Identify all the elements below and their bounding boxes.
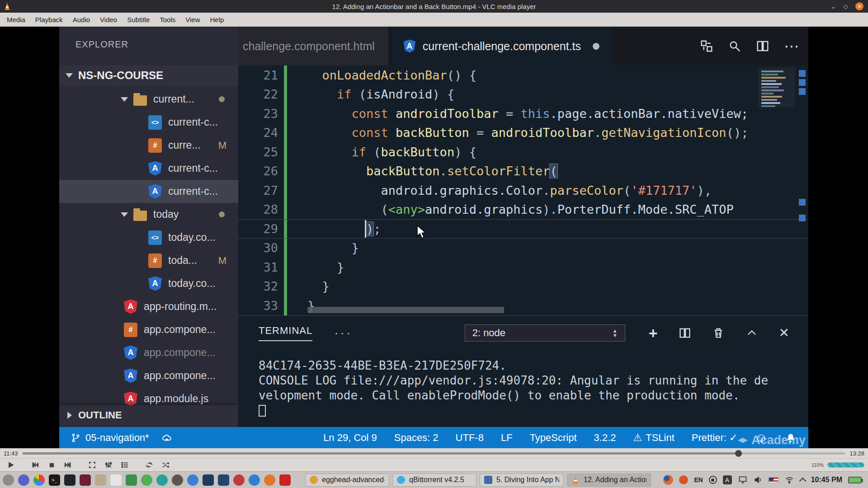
launcher-calc-green-icon[interactable] bbox=[126, 474, 137, 486]
code-editor[interactable]: 21 onLoadedActionBar() {22 if (isAndroid… bbox=[238, 66, 808, 315]
code-line-23[interactable]: 23 const androidToolbar = this.page.acti… bbox=[238, 104, 808, 123]
git-branch-item[interactable]: 05-navigation* bbox=[71, 432, 149, 444]
flag-icon[interactable] bbox=[769, 477, 778, 483]
wifi-icon[interactable] bbox=[784, 475, 794, 484]
menu-view[interactable]: View bbox=[180, 13, 205, 26]
taskbar-window[interactable]: 12. Adding an Action... bbox=[567, 474, 651, 487]
firefox-icon[interactable] bbox=[663, 475, 673, 485]
overview-ruler[interactable] bbox=[798, 66, 807, 315]
tslint-item[interactable]: ⚠ TSLint bbox=[633, 432, 675, 444]
previous-button[interactable] bbox=[28, 460, 42, 471]
extended-settings-button[interactable] bbox=[101, 460, 116, 471]
minimap[interactable] bbox=[759, 67, 795, 107]
menu-tools[interactable]: Tools bbox=[155, 13, 180, 26]
cursor-position[interactable]: Ln 29, Col 9 bbox=[323, 432, 377, 444]
indent-setting[interactable]: Spaces: 2 bbox=[394, 432, 439, 444]
keyboard-layout-label[interactable]: EN bbox=[694, 476, 703, 483]
code-line-29[interactable]: 29 ); bbox=[238, 219, 808, 239]
launcher-file-manager-icon[interactable] bbox=[95, 474, 106, 486]
explorer-item[interactable]: app.compone... bbox=[59, 341, 238, 364]
file-diff-icon[interactable] bbox=[700, 39, 713, 53]
tree-root[interactable]: NS-NG-COURSE bbox=[59, 65, 238, 86]
volume-slider[interactable] bbox=[827, 462, 864, 468]
close-panel-icon[interactable]: ✕ bbox=[779, 327, 789, 339]
seek-bar[interactable] bbox=[23, 452, 845, 455]
battery-icon[interactable] bbox=[848, 477, 862, 483]
prettier-item[interactable]: Prettier: ✓ bbox=[692, 432, 738, 444]
playlist-button[interactable] bbox=[118, 460, 132, 471]
menu-media[interactable]: Media bbox=[2, 13, 30, 26]
terminal-output[interactable]: 84C174-2635-44BE-B3EA-217DE250F724.CONSO… bbox=[238, 346, 808, 417]
launcher-gimp-icon[interactable] bbox=[172, 474, 183, 486]
launcher-media-dark-red-icon[interactable] bbox=[80, 474, 91, 486]
launcher-app-red-icon[interactable] bbox=[233, 474, 245, 486]
terminal-tab[interactable]: TERMINAL bbox=[259, 325, 312, 341]
notifications-bell-icon[interactable] bbox=[785, 432, 797, 444]
editor-tab[interactable]: challenge.component.html bbox=[238, 27, 388, 66]
eol-setting[interactable]: LF bbox=[501, 432, 513, 444]
split-editor-icon[interactable] bbox=[756, 39, 769, 53]
explorer-item[interactable]: curre...M bbox=[59, 134, 238, 157]
kill-terminal-icon[interactable] bbox=[712, 327, 725, 339]
launcher-globe-blue-icon[interactable] bbox=[249, 474, 260, 486]
loop-button[interactable] bbox=[142, 460, 156, 471]
explorer-item[interactable]: current-c... bbox=[59, 111, 238, 134]
maximize-panel-icon[interactable] bbox=[745, 327, 758, 339]
new-terminal-icon[interactable]: + bbox=[649, 327, 658, 339]
taskbar-window[interactable]: 5. Diving Into App Na... bbox=[480, 474, 564, 487]
explorer-item[interactable]: today bbox=[59, 203, 238, 226]
explorer-item[interactable]: current... bbox=[59, 88, 238, 111]
code-line-28[interactable]: 28 (<any>android.graphics).PorterDuff.Mo… bbox=[238, 200, 808, 220]
close-button[interactable]: ✕ bbox=[855, 2, 863, 10]
launcher-app-blue-icon[interactable] bbox=[187, 474, 198, 486]
menu-subtitle[interactable]: Subtitle bbox=[122, 13, 155, 26]
explorer-item[interactable]: today.co... bbox=[59, 226, 238, 249]
speaker-icon[interactable] bbox=[754, 475, 763, 484]
code-line-32[interactable]: 32 } bbox=[238, 277, 808, 296]
launcher-terminal-icon[interactable]: >_ bbox=[49, 474, 60, 486]
explorer-item[interactable]: today.co... bbox=[59, 272, 238, 295]
launcher-chrome-icon[interactable] bbox=[33, 474, 45, 486]
code-line-27[interactable]: 27 android.graphics.Color.parseColor('#1… bbox=[238, 181, 808, 200]
stop-button[interactable] bbox=[44, 460, 59, 471]
launcher-notes-navy-icon[interactable] bbox=[203, 474, 214, 486]
record-icon[interactable] bbox=[709, 476, 717, 484]
explorer-item[interactable]: app.compone... bbox=[59, 318, 238, 341]
ts-version[interactable]: 3.2.2 bbox=[594, 432, 616, 444]
video-area[interactable]: EXPLORER NS-NG-COURSE current...current-… bbox=[0, 27, 868, 448]
code-line-22[interactable]: 22 if (isAndroid) { bbox=[238, 85, 808, 104]
menu-help[interactable]: Help bbox=[205, 13, 229, 26]
launcher-youtube-red-icon[interactable] bbox=[279, 474, 291, 486]
launcher-notes-navy2-icon[interactable] bbox=[218, 474, 229, 486]
seek-handle[interactable] bbox=[735, 450, 742, 457]
menu-video[interactable]: Video bbox=[95, 13, 122, 26]
encoding[interactable]: UTF-8 bbox=[456, 432, 484, 444]
split-terminal-icon[interactable] bbox=[679, 327, 691, 339]
explorer-item[interactable]: current-c... bbox=[59, 180, 238, 203]
terminal-shell-select[interactable]: 2: node ▲▼ bbox=[465, 324, 625, 342]
launcher-app-green-icon[interactable] bbox=[141, 474, 152, 486]
search-preview-icon[interactable] bbox=[728, 39, 741, 53]
taskbar-window[interactable]: egghead-advanced-ty... bbox=[305, 474, 389, 487]
horizontal-scrollbar[interactable] bbox=[307, 307, 504, 313]
explorer-item[interactable]: app.compone... bbox=[59, 364, 238, 387]
next-button[interactable] bbox=[61, 460, 75, 471]
maximize-button[interactable]: ◇ bbox=[843, 3, 848, 10]
play-button[interactable] bbox=[4, 460, 18, 471]
menu-audio[interactable]: Audio bbox=[68, 13, 95, 26]
tray-expand-icon[interactable] bbox=[799, 477, 806, 484]
code-line-24[interactable]: 24 const backButton = androidToolbar.get… bbox=[238, 123, 808, 143]
code-line-31[interactable]: 31 } bbox=[238, 258, 808, 277]
launcher-code-dark-icon[interactable] bbox=[64, 474, 75, 486]
explorer-item[interactable]: current-c... bbox=[59, 157, 238, 180]
launcher-app-purple-icon[interactable] bbox=[18, 474, 29, 486]
feedback-smiley-icon[interactable]: ☺ bbox=[755, 431, 768, 445]
code-line-26[interactable]: 26 backButton.setColorFilter( bbox=[238, 162, 808, 181]
clock[interactable]: 10:45 PM bbox=[811, 476, 842, 484]
language-mode[interactable]: TypeScript bbox=[530, 432, 577, 444]
launcher-app-orange-icon[interactable] bbox=[264, 474, 275, 486]
menu-playback[interactable]: Playback bbox=[30, 13, 68, 26]
explorer-item[interactable]: app-routing.m... bbox=[59, 295, 238, 318]
terminal-more-icon[interactable]: ··· bbox=[334, 326, 352, 340]
fullscreen-button[interactable] bbox=[85, 460, 99, 471]
